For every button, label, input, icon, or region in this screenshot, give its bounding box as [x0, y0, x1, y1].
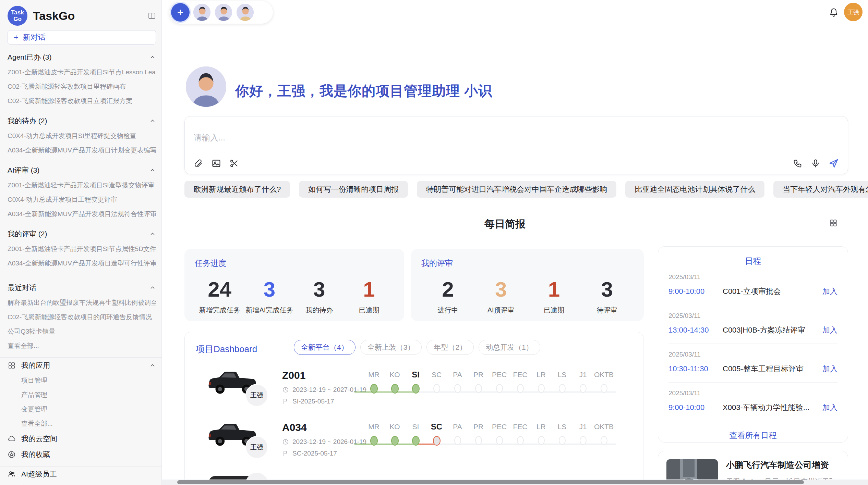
sidebar-item[interactable]: A034-全新新能源MUV产品开发项目法规符合性评审: [8, 207, 156, 221]
schedule-entry-time: 13:00-14:30: [668, 326, 723, 335]
stat-card: 任务进度24新增完成任务3新增AI完成任务3我的待办1已逾期: [184, 249, 404, 321]
milestone-label: SC: [426, 420, 447, 433]
sidebar-item[interactable]: A034-全新新能源MUV产品开发项目计划变更表编写: [8, 143, 156, 158]
schedule-entry: 2025/03/119:00-10:00X003-车辆动力学性能验...加入: [668, 383, 837, 421]
add-session-button[interactable]: [171, 3, 190, 22]
sidebar-section-header[interactable]: 我的评审 (2): [8, 226, 156, 242]
milestone-connector: [562, 391, 583, 393]
sidebar-item-star[interactable]: 我的收藏: [8, 447, 156, 462]
chevron-up-icon[interactable]: [149, 117, 156, 124]
schedule-card: 日程 2025/03/119:00-10:00C001-立项审批会加入2025/…: [658, 246, 848, 443]
view-all-schedule-link[interactable]: 查看所有日程: [668, 430, 837, 441]
milestone-node: [370, 384, 378, 394]
milestone: J1: [572, 368, 593, 393]
dashboard-tab[interactable]: 全新上装（3）: [360, 340, 422, 355]
send-icon[interactable]: [829, 158, 839, 169]
sidebar-item[interactable]: C02-飞腾新能源轻客改款项目立项汇报方案: [8, 94, 156, 108]
join-meeting-link[interactable]: 加入: [822, 402, 837, 413]
voice-call-icon[interactable]: [793, 159, 803, 168]
briefing-layout-icon[interactable]: [829, 219, 838, 227]
session-avatar-3[interactable]: [236, 3, 254, 22]
sidebar-section-header[interactable]: AI评审 (3): [8, 162, 156, 178]
sidebar: Task Go TaskGo 新对话 Agent已办 (3)Z001-全新燃油皮…: [0, 0, 162, 485]
app-sub-item[interactable]: 查看全部...: [8, 416, 156, 431]
sidebar-section-header[interactable]: 最近对话: [8, 280, 156, 296]
chevron-up-icon[interactable]: [149, 284, 156, 291]
dashboard-tab[interactable]: 动总开发（1）: [479, 340, 540, 355]
scissors-icon[interactable]: [229, 159, 239, 168]
schedule-entry-date: 2025/03/11: [668, 273, 837, 281]
project-row[interactable]: 王强Z0012023-12-19 ~ 2027-01-19SI-2025-05-…: [185, 365, 643, 417]
notification-bell-icon[interactable]: [829, 8, 839, 17]
milestone-node: [433, 436, 441, 446]
collapse-sidebar-icon[interactable]: [148, 12, 156, 20]
stat-value: 3: [294, 276, 344, 303]
sidebar-section-header[interactable]: Agent已办 (3): [8, 49, 156, 65]
people-icon: [8, 470, 16, 478]
schedule-entry: 2025/03/119:00-10:00C001-立项审批会加入: [668, 266, 837, 305]
sidebar-item-people[interactable]: AI超级员工: [8, 467, 156, 481]
sidebar-item[interactable]: Z001-全新燃油皮卡产品开发项目SI节点Lesson Learn报告: [8, 65, 156, 79]
suggestion-chip[interactable]: 比亚迪全固态电池计划具体说了什么: [625, 181, 764, 198]
sidebar-item[interactable]: A034-全新新能源MUV产品开发项目造型可行性评审: [8, 256, 156, 271]
user-avatar[interactable]: 王强: [844, 3, 863, 21]
sidebar-item-cloud[interactable]: 我的云空间: [8, 431, 156, 447]
sidebar-item-label: AI超级员工: [21, 469, 57, 479]
suggestion-chips: 欧洲新规最近颁布了什么?如何写一份清晰的项目周报特朗普可能对进口汽车增税会对中国…: [184, 181, 868, 198]
milestone-label: KO: [384, 368, 405, 381]
sidebar-task-sections: Agent已办 (3)Z001-全新燃油皮卡产品开发项目SI节点Lesson L…: [8, 49, 156, 271]
schedule-entry-date: 2025/03/11: [668, 389, 837, 397]
app-sub-item[interactable]: 变更管理: [8, 402, 156, 416]
project-row[interactable]: 王强A0342023-12-19 ~ 2026-01-19SC-2025-05-…: [185, 417, 643, 469]
recent-chat-item[interactable]: 公司Q3轻卡销量: [8, 324, 156, 339]
session-avatar-2[interactable]: [214, 3, 233, 22]
join-meeting-link[interactable]: 加入: [822, 286, 837, 297]
session-avatar-1[interactable]: [193, 3, 211, 22]
join-meeting-link[interactable]: 加入: [822, 364, 837, 374]
recent-chat-item[interactable]: 查看全部...: [8, 339, 156, 353]
chevron-up-icon[interactable]: [149, 231, 156, 237]
join-meeting-link[interactable]: 加入: [822, 325, 837, 335]
milestone-label: MR: [363, 420, 384, 433]
milestone: PEC: [489, 420, 510, 445]
sidebar-item-my-apps[interactable]: 我的应用: [8, 358, 156, 373]
recent-chat-item[interactable]: C02-飞腾新能源轻客改款项目的闭环通告反馈情况: [8, 310, 156, 324]
dashboard-tab[interactable]: 年型（2）: [426, 340, 474, 355]
project-owner-badge: 王强: [245, 384, 268, 407]
suggestion-chip[interactable]: 当下年轻人对汽车外观有怎样的喜好趋势: [773, 181, 868, 198]
chevron-up-icon[interactable]: [149, 167, 156, 174]
stat-item: 3新增AI完成任务: [244, 276, 294, 315]
sidebar-item[interactable]: C0X4-动力总成开发项目工程变更评审: [8, 192, 156, 207]
sidebar-item-label: 我的云空间: [21, 434, 57, 444]
milestone-node: [412, 436, 420, 446]
sidebar-item[interactable]: C0X4-动力总成开发项目SI里程碑提交物检查: [8, 129, 156, 143]
chevron-up-icon[interactable]: [149, 362, 156, 369]
attach-image-icon[interactable]: [212, 159, 221, 168]
schedule-entry-name: C003|H0B-方案冻结评审: [723, 325, 822, 335]
recent-chat-item[interactable]: 解释最新出台的欧盟报废车法规再生塑料比例被调至15%...: [8, 296, 156, 310]
sidebar-item[interactable]: Z001-全新燃油轻卡产品开发项目SI造型提交物评审: [8, 178, 156, 192]
chevron-up-icon[interactable]: [149, 54, 156, 61]
new-chat-button[interactable]: 新对话: [8, 30, 156, 45]
suggestion-chip[interactable]: 如何写一份清晰的项目周报: [299, 181, 408, 198]
sidebar-item[interactable]: Z001-全新燃油轻卡产品开发项目SI节点属性5D文件评审: [8, 242, 156, 256]
app-sub-item[interactable]: 产品管理: [8, 388, 156, 402]
milestone-label: PR: [468, 420, 489, 433]
project-flag-milestone: SI-2025-05-17: [282, 398, 334, 405]
microphone-icon[interactable]: [811, 159, 820, 168]
chat-input[interactable]: [194, 133, 708, 142]
sidebar-section-header[interactable]: 我的待办 (2): [8, 113, 156, 129]
sidebar-item-image[interactable]: 帮我写作: [8, 481, 156, 485]
dashboard-tab[interactable]: 全新平台（4）: [294, 340, 355, 355]
milestone-node: [580, 436, 587, 445]
suggestion-chip[interactable]: 特朗普可能对进口汽车增税会对中国车企造成哪些影响: [417, 181, 616, 198]
milestone-connector: [499, 444, 520, 445]
attach-file-icon[interactable]: [194, 159, 203, 168]
sidebar-item[interactable]: C02-飞腾新能源轻客改款项目里程碑画布: [8, 79, 156, 94]
app-sub-item[interactable]: 项目管理: [8, 373, 156, 388]
suggestion-chip[interactable]: 欧洲新规最近颁布了什么?: [184, 181, 290, 198]
milestone-node: [601, 384, 607, 393]
schedule-entry-date: 2025/03/11: [668, 351, 837, 358]
horizontal-scrollbar-thumb[interactable]: [177, 480, 804, 484]
schedule-entry-time: 9:00-10:00: [668, 403, 723, 412]
